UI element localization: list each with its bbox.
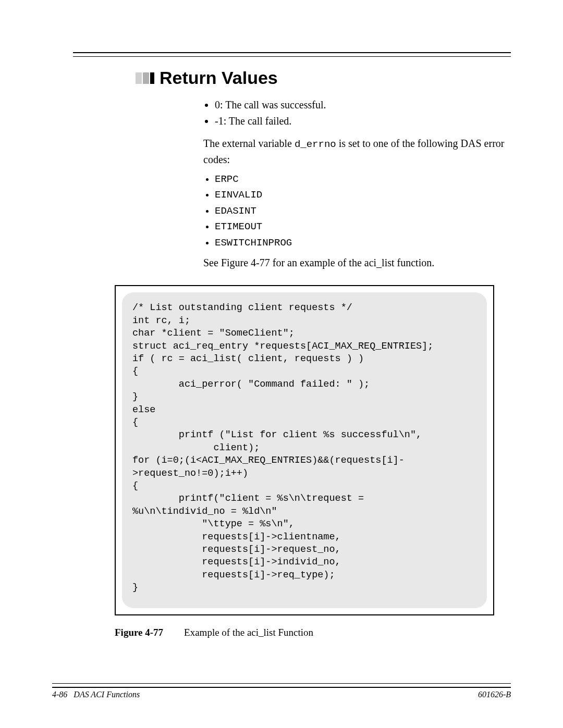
list-item: 0: The call was successful. bbox=[215, 97, 511, 113]
error-code-list: ERPC EINVALID EDASINT ETIMEOUT ESWITCHIN… bbox=[203, 172, 511, 251]
figure-number: Figure 4-77 bbox=[115, 627, 163, 638]
footer: 4-86 DAS ACI Functions 601626-B bbox=[52, 683, 511, 699]
see-figure-paragraph: See Figure 4-77 for an example of the ac… bbox=[203, 255, 511, 270]
list-item: -1: The call failed. bbox=[215, 114, 511, 129]
inline-code-d-errno: d_errno bbox=[295, 139, 336, 150]
footer-double-rule bbox=[52, 683, 511, 688]
list-item: EINVALID bbox=[215, 188, 511, 203]
para-text-pre: The external variable bbox=[203, 138, 295, 149]
list-item: ERPC bbox=[215, 172, 511, 187]
errno-paragraph: The external variable d_errno is set to … bbox=[203, 136, 511, 167]
figure-title: Example of the aci_list Function bbox=[184, 627, 313, 638]
body-area: 0: The call was successful. -1: The call… bbox=[203, 97, 511, 270]
figure-caption: Figure 4-77Example of the aci_list Funct… bbox=[115, 627, 511, 638]
footer-page-number: 4-86 bbox=[52, 690, 67, 699]
heading-bullet-icon bbox=[136, 72, 154, 84]
list-item: ESWITCHINPROG bbox=[215, 236, 511, 251]
code-frame: /* List outstanding client requests */ i… bbox=[115, 285, 494, 615]
code-block: /* List outstanding client requests */ i… bbox=[132, 302, 476, 594]
footer-text-row: 4-86 DAS ACI Functions 601626-B bbox=[52, 690, 511, 699]
top-double-rule bbox=[73, 52, 511, 57]
footer-right: 601626-B bbox=[478, 690, 511, 699]
heading-row: Return Values bbox=[136, 68, 511, 88]
section-heading: Return Values bbox=[160, 68, 278, 88]
return-value-list: 0: The call was successful. -1: The call… bbox=[203, 97, 511, 129]
list-item: ETIMEOUT bbox=[215, 220, 511, 235]
page: Return Values 0: The call was successful… bbox=[0, 0, 563, 728]
list-item: EDASINT bbox=[215, 204, 511, 219]
content-area: Return Values 0: The call was successful… bbox=[73, 68, 511, 638]
footer-section-title: DAS ACI Functions bbox=[74, 690, 140, 699]
footer-left: 4-86 DAS ACI Functions bbox=[52, 690, 140, 699]
figure-area: /* List outstanding client requests */ i… bbox=[115, 285, 511, 638]
code-panel: /* List outstanding client requests */ i… bbox=[122, 292, 487, 608]
